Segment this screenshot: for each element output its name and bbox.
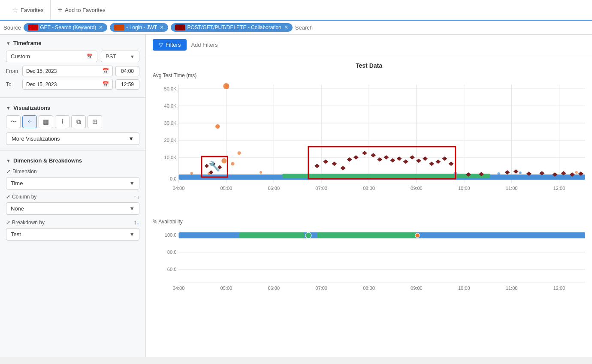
svg-text:09:00: 09:00 bbox=[411, 286, 423, 291]
svg-point-32 bbox=[223, 83, 229, 89]
svg-text:100.0: 100.0 bbox=[165, 232, 177, 238]
avg-chart-svg: 50.0K 40.0K 30.0K 20.0K 10.0K 0.0 04:00 … bbox=[153, 80, 585, 209]
tag-color-1 bbox=[28, 24, 38, 30]
source-bar: Source GET - Search (Keyword) ✕ - Login … bbox=[0, 21, 592, 35]
tag-color-2 bbox=[114, 24, 124, 30]
timeframe-section: ▼ Timeframe Custom 📅 PST ▼ From Dec 15, … bbox=[0, 35, 145, 96]
source-tag-3[interactable]: POST/GET/PUT/DELETE - Collaboration ✕ bbox=[171, 23, 292, 32]
source-tag-2[interactable]: - Login - JWT ✕ bbox=[110, 23, 168, 32]
breakdown-sort-icons: ↑↓ bbox=[134, 219, 139, 226]
dimension-section: ▼ Dimension & Breakdowns ⤢ Dimension Tim… bbox=[0, 152, 145, 248]
add-favorites-tab[interactable]: + Add to Favorites bbox=[51, 0, 112, 20]
column-by-text: Column by bbox=[12, 194, 36, 200]
svg-text:11:00: 11:00 bbox=[506, 186, 518, 191]
column-select-chevron-icon: ▼ bbox=[129, 205, 135, 212]
svg-point-33 bbox=[215, 124, 220, 129]
tag-color-3 bbox=[175, 24, 185, 30]
svg-text:80.0: 80.0 bbox=[167, 250, 177, 255]
timezone-select[interactable]: PST ▼ bbox=[101, 51, 139, 62]
to-time-input[interactable]: 12:59 bbox=[115, 79, 139, 90]
svg-marker-57 bbox=[362, 151, 367, 155]
from-time-input[interactable]: 04:00 bbox=[115, 66, 139, 76]
svg-text:05:00: 05:00 bbox=[220, 286, 233, 291]
breakdown-by-select[interactable]: Test ▼ bbox=[6, 228, 139, 241]
from-cal-icon: 📅 bbox=[102, 68, 109, 74]
column-by-select[interactable]: None ▼ bbox=[6, 202, 139, 215]
svg-marker-63 bbox=[403, 159, 408, 164]
to-date-input[interactable]: Dec 15, 2023 📅 bbox=[22, 79, 113, 90]
svg-text:30.0K: 30.0K bbox=[164, 120, 177, 126]
timeframe-label: Timeframe bbox=[13, 40, 42, 46]
svg-marker-53 bbox=[332, 162, 337, 166]
more-viz-button[interactable]: More Visualizations ▼ bbox=[6, 132, 139, 145]
sort-icons: ↑ ↓ bbox=[134, 194, 139, 199]
avg-chart-label: Avg Test Time (ms) bbox=[153, 72, 585, 78]
avg-chart: 50.0K 40.0K 30.0K 20.0K 10.0K 0.0 04:00 … bbox=[153, 80, 585, 210]
visualizations-section: ▼ Visualizations 〜 ⁘ ▦ ⌇ ⧉ ⊞ More Visual… bbox=[0, 99, 145, 148]
viz-area-icon[interactable]: ⌇ bbox=[55, 115, 69, 128]
visualizations-title[interactable]: ▼ Visualizations bbox=[6, 105, 139, 111]
from-date-input[interactable]: Dec 15, 2023 📅 bbox=[22, 66, 113, 76]
svg-text:04:00: 04:00 bbox=[173, 186, 185, 191]
svg-marker-64 bbox=[410, 155, 415, 159]
sort-asc-icon: ↑ bbox=[134, 194, 136, 199]
svg-marker-67 bbox=[429, 162, 434, 166]
dimension-breakdowns-title[interactable]: ▼ Dimension & Breakdowns bbox=[6, 157, 139, 164]
svg-point-45 bbox=[190, 172, 193, 174]
svg-marker-68 bbox=[435, 159, 441, 164]
viz-split-bar-icon[interactable]: ⧉ bbox=[71, 115, 86, 128]
svg-text:40.0K: 40.0K bbox=[164, 103, 177, 108]
avail-chart-svg: 100.0 80.0 60.0 04:00 05:00 bbox=[153, 226, 585, 295]
svg-marker-51 bbox=[314, 164, 320, 168]
breakdown-by-label: ⤢ Breakdown by ↑↓ bbox=[6, 219, 139, 226]
tag-close-3[interactable]: ✕ bbox=[284, 24, 288, 30]
viz-scatter-icon[interactable]: ⁘ bbox=[22, 115, 37, 128]
source-tag-1[interactable]: GET - Search (Keyword) ✕ bbox=[24, 23, 107, 32]
svg-rect-92 bbox=[317, 232, 417, 238]
filters-button[interactable]: ▽ Filters bbox=[153, 39, 187, 51]
favorites-tab[interactable]: ☆ Favorites bbox=[5, 0, 51, 20]
viz-bar-icon[interactable]: ▦ bbox=[39, 115, 53, 128]
source-label: Source bbox=[3, 24, 21, 31]
svg-text:04:00: 04:00 bbox=[173, 286, 185, 291]
svg-marker-54 bbox=[340, 166, 345, 170]
timeframe-chevron: ▼ bbox=[6, 41, 11, 46]
column-by-value: None bbox=[11, 205, 24, 212]
add-favorites-label: Add to Favorites bbox=[65, 7, 106, 13]
top-bar: ☆ Favorites + Add to Favorites bbox=[0, 0, 592, 21]
to-cal-icon: 📅 bbox=[102, 81, 109, 87]
svg-text:50.0K: 50.0K bbox=[164, 86, 177, 91]
viz-chevron: ▼ bbox=[6, 105, 11, 111]
svg-point-41 bbox=[519, 171, 522, 174]
viz-line-icon[interactable]: 〜 bbox=[6, 115, 21, 128]
viz-table-icon[interactable]: ⊞ bbox=[88, 115, 102, 128]
from-label: From bbox=[6, 68, 20, 74]
svg-text:05:00: 05:00 bbox=[220, 186, 233, 191]
svg-text:10:00: 10:00 bbox=[458, 186, 470, 191]
svg-marker-56 bbox=[353, 155, 359, 159]
svg-point-36 bbox=[231, 162, 234, 165]
tag-close-2[interactable]: ✕ bbox=[160, 24, 164, 30]
timeframe-select[interactable]: Custom 📅 bbox=[6, 51, 97, 62]
dimension-select-chevron-icon: ▼ bbox=[129, 180, 135, 187]
source-search-input[interactable] bbox=[295, 24, 589, 31]
svg-text:06:00: 06:00 bbox=[268, 286, 280, 291]
dimension-select[interactable]: Time ▼ bbox=[6, 177, 139, 190]
svg-rect-95 bbox=[434, 232, 585, 238]
to-date-value: Dec 15, 2023 bbox=[26, 81, 57, 87]
avail-chart-label: % Availability bbox=[153, 219, 585, 225]
to-label: To bbox=[6, 81, 20, 87]
svg-rect-31 bbox=[282, 174, 490, 178]
add-filter-input[interactable] bbox=[191, 42, 263, 48]
viz-label: Visualizations bbox=[13, 105, 50, 111]
timeframe-title[interactable]: ▼ Timeframe bbox=[6, 40, 139, 46]
plus-icon: + bbox=[57, 6, 62, 15]
svg-marker-65 bbox=[416, 159, 421, 163]
chart-container: Test Data Avg Test Time (ms) bbox=[146, 55, 592, 296]
tag-close-1[interactable]: ✕ bbox=[99, 24, 103, 30]
dimension-text: Dimension bbox=[12, 168, 37, 174]
timeframe-value: Custom bbox=[11, 53, 30, 60]
svg-marker-55 bbox=[347, 157, 352, 162]
avail-chart: 100.0 80.0 60.0 04:00 05:00 bbox=[153, 226, 585, 296]
tag-text-3: POST/GET/PUT/DELETE - Collaboration bbox=[187, 24, 281, 30]
